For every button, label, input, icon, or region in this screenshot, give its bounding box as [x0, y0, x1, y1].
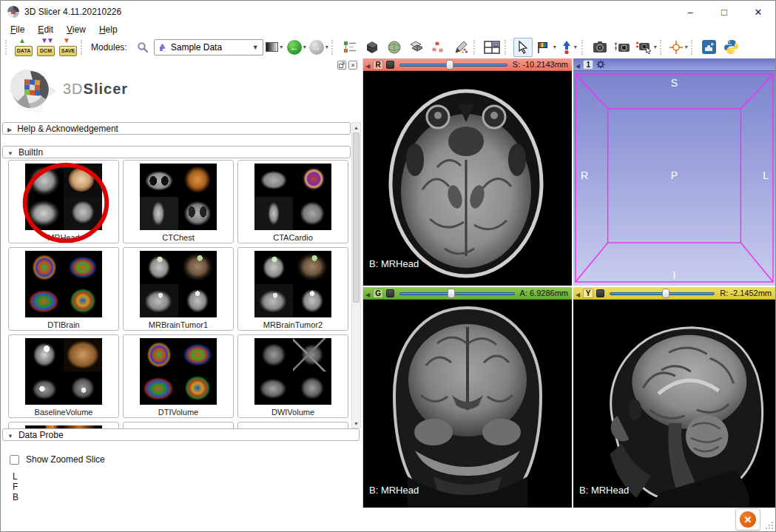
toolbar-handle [691, 40, 695, 55]
slicer-logo: 3DSlicer [5, 64, 128, 118]
modules-label: Modules: [91, 42, 127, 53]
slice-menu-icon[interactable] [596, 289, 604, 297]
transforms-button[interactable] [451, 38, 470, 57]
sample-tile[interactable]: CTChest [123, 160, 234, 243]
python-console-button[interactable] [722, 38, 741, 57]
thumbnail-quadrant [254, 164, 293, 197]
slider-handle[interactable] [448, 289, 455, 298]
resize-grip[interactable] [765, 521, 774, 530]
data-probe-section[interactable]: Data Probe [2, 428, 360, 441]
slider-track [399, 64, 507, 67]
sample-tile[interactable] [8, 422, 119, 428]
sample-thumbnail [254, 251, 331, 317]
scrollbar-thumb[interactable] [353, 132, 360, 303]
green-slice-canvas[interactable]: B: MRHead [363, 300, 572, 508]
sample-tile[interactable]: DTIVolume [123, 334, 234, 418]
logo-text-3d: 3D [63, 81, 84, 97]
close-button[interactable]: ✕ [741, 1, 775, 23]
load-dicom-button[interactable]: ▼▼DCM [36, 38, 55, 57]
subject-hierarchy-button[interactable] [340, 38, 360, 57]
builtin-section[interactable]: BuiltIn [2, 146, 351, 158]
module-forward-button[interactable]: →▾ [309, 38, 328, 57]
save-button[interactable]: ▼SAVE [58, 38, 78, 57]
error-log-button[interactable]: ✕ [735, 508, 760, 531]
sample-tile[interactable]: CTACardio [237, 160, 348, 243]
green-slice-view: G A: 6.9286mm [363, 287, 572, 508]
scroll-down-icon[interactable]: ▼ [352, 419, 360, 428]
pen-icon [453, 40, 468, 55]
view-options-gear-icon[interactable] [596, 60, 605, 69]
screenshot-button[interactable] [590, 38, 610, 57]
mouse-interaction-button[interactable] [513, 38, 533, 57]
sample-thumbnail [254, 338, 331, 405]
thumbnail-quadrant [254, 197, 293, 230]
scene-view-restore-button[interactable]: ▾ [635, 38, 657, 57]
toolbar-handle [581, 40, 585, 55]
help-acknowledgement-section[interactable]: Help & Acknowledgement [2, 122, 351, 135]
yellow-slice-view: Y R: -2.1452mm [573, 287, 775, 508]
volume-module-button[interactable] [362, 38, 382, 57]
toolbar-handle [505, 40, 508, 55]
yellow-slice-canvas[interactable]: B: MRHead [573, 300, 775, 508]
slider-handle[interactable] [662, 289, 669, 298]
sample-tile[interactable]: DWIVolume [237, 334, 348, 418]
sample-tile[interactable]: MRBrainTumor2 [237, 247, 348, 331]
chevron-down-icon: ▾ [280, 44, 283, 50]
minimize-button[interactable]: – [673, 1, 707, 23]
scene-views-button[interactable] [613, 38, 632, 57]
threed-canvas[interactable]: S R P L I [573, 71, 775, 286]
window-level-button[interactable]: ▾ [536, 38, 556, 57]
extensions-manager-button[interactable] [700, 38, 719, 57]
sample-label: DTIVolume [124, 408, 233, 417]
place-fiducial-button[interactable]: ▾ [559, 38, 578, 57]
pin-icon[interactable] [576, 287, 580, 300]
undock-panel-icon[interactable] [337, 61, 346, 70]
markups-button[interactable] [429, 38, 448, 57]
red-slice-slider[interactable] [399, 60, 507, 70]
camera-cursor-icon [635, 40, 652, 54]
module-back-button[interactable]: ←▾ [287, 38, 306, 57]
module-search-button[interactable] [133, 38, 152, 57]
module-selector-combobox[interactable]: Sample Data ▼ [154, 39, 263, 55]
show-zoomed-slice-checkbox[interactable] [10, 455, 19, 465]
maximize-button[interactable]: □ [707, 1, 741, 23]
yellow-slice-slider[interactable] [610, 289, 715, 298]
segment-editor-button[interactable] [407, 38, 426, 57]
layout-selector-button[interactable] [482, 38, 502, 57]
slider-handle[interactable] [446, 60, 453, 70]
sample-label: CTACardio [238, 233, 348, 242]
collapsed-arrow-icon [7, 124, 12, 134]
module-history-button[interactable]: ▾ [265, 38, 284, 57]
sample-tile[interactable]: MRBrainTumor1 [123, 247, 234, 331]
pin-icon[interactable] [576, 58, 580, 71]
slice-menu-icon[interactable] [386, 61, 394, 69]
menu-file[interactable]: File [4, 24, 31, 35]
sample-label: MRBrainTumor2 [238, 320, 348, 329]
slice-menu-icon[interactable] [386, 289, 394, 297]
green-slice-slider[interactable] [399, 289, 514, 298]
sample-tile[interactable] [123, 422, 234, 428]
menu-view[interactable]: View [60, 24, 92, 35]
yellow-slice-offset: R: -2.1452mm [720, 289, 773, 297]
thumbnail-quadrant [293, 164, 331, 197]
close-panel-icon[interactable]: ✕ [348, 61, 357, 70]
segmentation-module-button[interactable] [385, 38, 404, 57]
panel-scrollbar[interactable]: ▲ ▼ [351, 122, 361, 428]
crosshair-button[interactable]: ▾ [669, 38, 688, 57]
sample-tile[interactable]: DTIBrain [8, 247, 119, 331]
load-data-button[interactable]: ▲DATA [14, 38, 33, 57]
sample-tile[interactable]: BaselineVolume [8, 334, 119, 418]
red-slice-canvas[interactable]: B: MRHead [363, 71, 572, 286]
sample-tile[interactable]: MRHead [8, 160, 119, 243]
logo-text-slicer: Slicer [84, 81, 128, 97]
menu-help[interactable]: Help [92, 24, 124, 35]
pin-icon[interactable] [365, 58, 370, 71]
thumbnail-quadrant [254, 338, 293, 371]
menu-edit[interactable]: Edit [31, 24, 60, 35]
thumbnail-quadrant [178, 371, 217, 405]
green-slice-controller: G A: 6.9286mm [363, 287, 572, 300]
pin-icon[interactable] [365, 287, 370, 300]
thumbnail-quadrant [254, 251, 293, 284]
scroll-up-icon[interactable]: ▲ [352, 123, 360, 132]
sample-tile[interactable] [237, 422, 348, 428]
